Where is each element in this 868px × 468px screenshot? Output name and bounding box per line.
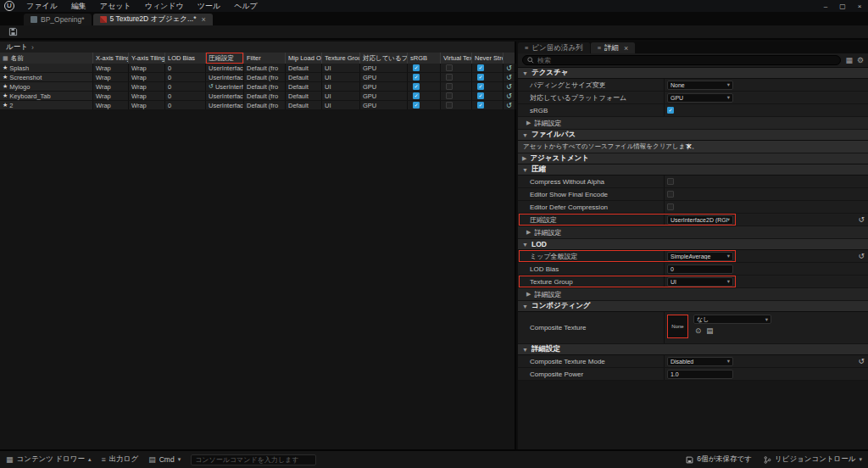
use-selected-asset-icon[interactable]: ⊙ — [695, 326, 701, 335]
table-row[interactable]: ★MylogoWrapWrap0↺UserInterfacDefault (fr… — [0, 82, 515, 92]
column-header-xtiling[interactable]: X-axis Tiling M — [93, 53, 129, 64]
menu-item[interactable]: アセット — [93, 0, 138, 12]
table-row[interactable]: ★SplashWrapWrap0UserInterfacDefault (fro… — [0, 64, 515, 73]
section-header[interactable]: ▼テクスチャ — [518, 68, 868, 79]
section-header[interactable]: ▼LOD — [518, 239, 868, 250]
minimize-button[interactable]: – — [817, 0, 834, 12]
column-header-texgroup[interactable]: Texture Group — [322, 53, 360, 64]
advanced-subsection[interactable]: ▶詳細設定 — [518, 117, 868, 130]
close-panel-icon[interactable]: × — [624, 44, 628, 53]
column-header-name[interactable]: ▦名前 — [0, 53, 93, 64]
breadcrumb-root[interactable]: ルート — [6, 42, 28, 53]
property-checkbox[interactable] — [667, 178, 674, 185]
ns-checkbox[interactable]: ✓ — [477, 83, 484, 90]
column-header-compression[interactable]: 圧縮設定 — [206, 53, 244, 64]
close-button[interactable]: × — [851, 0, 868, 12]
menu-item[interactable]: ツール — [191, 0, 227, 12]
reset-to-default-icon[interactable]: ↺ — [858, 252, 865, 260]
srgb-checkbox[interactable]: ✓ — [413, 92, 420, 99]
content-drawer-button[interactable]: ▦ コンテンツ ドロワー ▴ — [6, 454, 92, 465]
property-dropdown[interactable]: UI▾ — [667, 277, 733, 287]
vt-checkbox[interactable] — [446, 92, 453, 99]
revert-row-icon[interactable]: ↺ — [506, 92, 512, 100]
cell-srgb: ✓ — [408, 82, 441, 91]
unsaved-assets-button[interactable]: 6個が未保存です — [686, 454, 752, 465]
property-dropdown[interactable]: GPU▾ — [667, 93, 733, 103]
section-header[interactable]: ▼圧縮 — [518, 164, 868, 176]
console-icon: ▤ — [148, 455, 156, 464]
cmd-selector[interactable]: ▤ Cmd ▾ — [148, 455, 181, 464]
column-header-ns[interactable]: Never Stream — [472, 53, 504, 64]
cell-platform: GPU — [360, 73, 408, 81]
menu-item[interactable]: ウィンドウ — [138, 0, 191, 12]
vt-checkbox[interactable] — [446, 74, 453, 81]
revert-row-icon[interactable]: ↺ — [506, 102, 512, 109]
close-tab-icon[interactable]: × — [201, 15, 205, 24]
clear-source-files-button[interactable]: ✕ — [686, 142, 693, 151]
advanced-subsection[interactable]: ▶詳細設定 — [518, 226, 868, 239]
search-input[interactable] — [537, 57, 836, 64]
revert-row-icon[interactable]: ↺ — [506, 83, 512, 91]
revert-row-icon[interactable]: ↺ — [506, 74, 512, 81]
property-dropdown[interactable]: SimpleAverage▾ — [667, 252, 733, 261]
asset-tab[interactable]: 5 Texture2D オブジェク...*× — [93, 14, 213, 25]
srgb-checkbox[interactable]: ✓ — [413, 83, 420, 90]
revision-control-button[interactable]: リビジョンコントロール ▾ — [764, 454, 862, 465]
section-caret-icon: ▼ — [522, 167, 528, 173]
property-dropdown[interactable]: Disabled▾ — [667, 357, 733, 366]
vt-checkbox[interactable] — [446, 83, 453, 90]
table-row[interactable]: ★Keyboard_TabWrapWrap0UserInterfacDefaul… — [0, 92, 515, 101]
vt-checkbox[interactable] — [446, 102, 453, 109]
tab-details[interactable]: ≡詳細× — [591, 42, 636, 53]
ns-checkbox[interactable]: ✓ — [477, 64, 484, 71]
section-caret-icon: ▼ — [522, 70, 528, 76]
section-header[interactable]: ▼ファイルパス — [518, 130, 868, 141]
column-header-filter[interactable]: Filter — [244, 53, 286, 64]
property-dropdown[interactable]: UserInterface2D (RGBA)▾ — [667, 215, 733, 225]
srgb-checkbox[interactable]: ✓ — [413, 102, 420, 109]
ns-checkbox[interactable]: ✓ — [477, 92, 484, 99]
asset-tab[interactable]: BP_Opening* — [24, 14, 92, 25]
advanced-subsection[interactable]: ▶詳細設定 — [518, 288, 868, 301]
save-button[interactable] — [6, 26, 19, 38]
ns-checkbox[interactable]: ✓ — [477, 102, 484, 109]
section-header[interactable]: ▼詳細設定 — [518, 344, 868, 355]
property-input[interactable]: 0 — [667, 265, 733, 274]
ns-checkbox[interactable]: ✓ — [477, 74, 484, 81]
revert-row-icon[interactable]: ↺ — [506, 64, 512, 72]
property-checkbox[interactable]: ✓ — [667, 107, 674, 114]
search-box[interactable] — [522, 55, 841, 65]
column-header-platform[interactable]: 対応しているプ — [360, 53, 408, 64]
vt-checkbox[interactable] — [446, 64, 453, 71]
column-header-miploa[interactable]: Mip Load Opti — [286, 53, 322, 64]
table-grid-icon: ▦ — [3, 55, 8, 62]
settings-gear-icon[interactable]: ⚙ — [857, 56, 864, 64]
reset-to-default-icon[interactable]: ↺ — [858, 215, 865, 224]
srgb-checkbox[interactable]: ✓ — [413, 74, 420, 81]
menu-item[interactable]: 編集 — [64, 0, 93, 12]
column-header-vt[interactable]: Virtual Textur — [441, 53, 472, 64]
section-header[interactable]: ▼コンポジティング — [518, 301, 868, 312]
composite-texture-thumbnail[interactable]: None — [667, 315, 688, 338]
composite-texture-dropdown[interactable]: なし▾ — [693, 315, 771, 324]
table-row[interactable]: ★ScreenshotWrapWrap0UserInterfacDefault … — [0, 73, 515, 82]
tab-pinned-columns[interactable]: ≡ピン留め済み列 — [518, 42, 590, 53]
property-checkbox[interactable] — [667, 191, 674, 198]
menu-item[interactable]: ファイル — [19, 0, 64, 12]
property-input[interactable]: 1.0 — [667, 370, 733, 379]
table-row[interactable]: ★2WrapWrap0UserInterfacDefault (froDefau… — [0, 101, 515, 110]
maximize-button[interactable]: ▢ — [834, 0, 851, 12]
column-view-icon[interactable]: ▦ — [845, 56, 853, 64]
property-dropdown[interactable]: None▾ — [667, 81, 733, 90]
reset-to-default-icon[interactable]: ↺ — [858, 357, 865, 365]
column-header-lodbias[interactable]: LOD Bias — [165, 53, 206, 64]
section-header[interactable]: ▶アジャストメント — [518, 153, 868, 164]
column-header-ytiling[interactable]: Y-axis Tiling M — [129, 53, 165, 64]
srgb-checkbox[interactable]: ✓ — [413, 64, 420, 71]
property-checkbox[interactable] — [667, 203, 674, 210]
output-log-button[interactable]: ≡ 出力ログ — [102, 454, 139, 465]
menu-item[interactable]: ヘルプ — [227, 0, 264, 12]
console-command-input[interactable] — [191, 454, 316, 465]
column-header-srgb[interactable]: sRGB — [408, 53, 441, 64]
browse-to-asset-icon[interactable]: ▤ — [706, 326, 713, 335]
